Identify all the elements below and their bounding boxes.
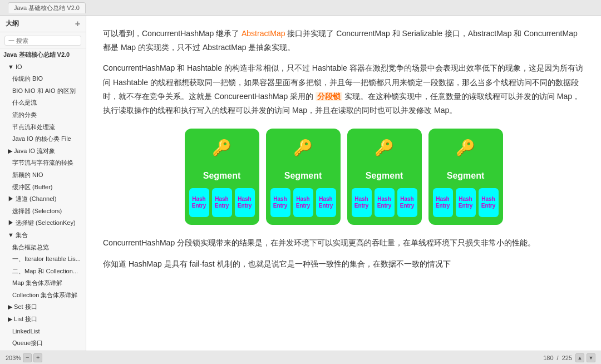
highlight-abstractmap: AbstractMap bbox=[242, 29, 285, 38]
hash-entry-3-3: HashEntry bbox=[397, 188, 417, 217]
sidebar-search-input[interactable] bbox=[4, 36, 81, 46]
sidebar-item-24[interactable]: Queue接口 bbox=[0, 337, 86, 350]
main-layout: 大纲 + Java 基础核心总结 V2.0▼ IO传统的 BIOBIO NIO … bbox=[0, 16, 601, 351]
status-bar-right: 180 / 225 ▲ ▼ bbox=[543, 353, 595, 362]
segment-1: 🔑 Segment HashEntry HashEntry HashEntry bbox=[185, 129, 259, 225]
zoom-level: 203% bbox=[6, 355, 21, 361]
sidebar-item-5[interactable]: 流的分类 bbox=[0, 109, 86, 121]
hash-entry-2-2: HashEntry bbox=[293, 188, 313, 217]
page-separator: / bbox=[557, 355, 559, 361]
sidebar-item-9[interactable]: 字节流与字符流的转换 bbox=[0, 157, 86, 169]
sidebar-item-23[interactable]: LinkedList bbox=[0, 326, 86, 338]
sidebar-item-3[interactable]: BIO NIO 和 AIO 的区别 bbox=[0, 85, 86, 97]
key-row-1: 🔑 bbox=[212, 134, 231, 165]
sidebar-item-20[interactable]: Collection 集合体系详解 bbox=[0, 289, 86, 302]
page-nav: ▲ ▼ bbox=[575, 353, 595, 362]
sidebar-item-13[interactable]: 选择器 (Selectors) bbox=[0, 205, 86, 218]
sidebar-item-1[interactable]: ▼ IO bbox=[0, 61, 86, 73]
sidebar-item-10[interactable]: 新颖的 NIO bbox=[0, 169, 86, 181]
zoom-control: 203% − + bbox=[6, 353, 42, 362]
zoom-in-button[interactable]: + bbox=[33, 353, 42, 362]
content-para4: 你知道 HashMap 是具有 fail-fast 机制的，也就是说它是一种强一… bbox=[103, 257, 584, 271]
key-icon-4: 🔑 bbox=[456, 134, 475, 162]
sidebar-title: 大纲 bbox=[6, 19, 19, 28]
status-bar: 203% − + 180 / 225 ▲ ▼ bbox=[0, 351, 601, 364]
sidebar-search-container bbox=[0, 32, 86, 49]
content-para3: ConcurrentHashMap 分段锁实现带来的结果是，在并发环境下可以实现… bbox=[103, 236, 584, 250]
sidebar-item-21[interactable]: ▶ Set 接口 bbox=[0, 301, 86, 313]
page-down-button[interactable]: ▼ bbox=[587, 353, 595, 362]
segment-label-4: Segment bbox=[447, 168, 485, 184]
sidebar-item-6[interactable]: 节点流和处理流 bbox=[0, 121, 86, 134]
hash-entry-4-2: HashEntry bbox=[456, 188, 476, 217]
key-row-2: 🔑 bbox=[293, 134, 313, 165]
sidebar-item-11[interactable]: 缓冲区 (Buffer) bbox=[0, 181, 86, 194]
sidebar-item-4[interactable]: 什么是流 bbox=[0, 97, 86, 109]
sidebar-add-button[interactable]: + bbox=[75, 19, 80, 28]
hash-entry-4-1: HashEntry bbox=[433, 188, 453, 217]
content-para2: ConcurrentHashMap 和 Hashtable 的构造非常相似，只不… bbox=[103, 61, 584, 117]
hash-entry-1-1: HashEntry bbox=[189, 188, 209, 217]
app-tab[interactable]: Java 基础核心总结 V2.0 bbox=[8, 2, 86, 13]
content-para1: 可以看到，ConcurrentHashMap 继承了 AbstractMap 接… bbox=[103, 27, 584, 55]
concurrenthashmap-diagram: 🔑 Segment HashEntry HashEntry HashEntry … bbox=[103, 129, 584, 225]
sidebar-item-0[interactable]: Java 基础核心总结 V2.0 bbox=[0, 49, 86, 61]
segment-3: 🔑 Segment HashEntry HashEntry HashEntry bbox=[347, 129, 422, 225]
sidebar-item-8[interactable]: ▶ Java IO 流对象 bbox=[0, 145, 86, 158]
sidebar-item-18[interactable]: 二、Map 和 Collection... bbox=[0, 265, 86, 278]
key-icon-2: 🔑 bbox=[293, 134, 313, 162]
page-total: 225 bbox=[562, 355, 572, 361]
page-current: 180 bbox=[543, 355, 553, 361]
sidebar: 大纲 + Java 基础核心总结 V2.0▼ IO传统的 BIOBIO NIO … bbox=[0, 16, 86, 351]
sidebar-item-19[interactable]: Map 集合体系详解 bbox=[0, 277, 86, 289]
key-row-3: 🔑 bbox=[375, 134, 394, 165]
sidebar-header: 大纲 + bbox=[0, 16, 86, 32]
key-icon-1: 🔑 bbox=[212, 134, 231, 162]
hash-entries-row-1: HashEntry HashEntry HashEntry bbox=[189, 188, 255, 217]
segment-label-1: Segment bbox=[203, 168, 241, 184]
sidebar-item-14[interactable]: ▶ 选择键 (SelectionKey) bbox=[0, 217, 86, 229]
content-area[interactable]: 可以看到，ConcurrentHashMap 继承了 AbstractMap 接… bbox=[86, 16, 601, 351]
hash-entry-1-3: HashEntry bbox=[235, 188, 255, 217]
sidebar-item-12[interactable]: ▶ 通道 (Channel) bbox=[0, 193, 86, 205]
hash-entry-2-3: HashEntry bbox=[316, 188, 336, 217]
sidebar-item-15[interactable]: ▼ 集合 bbox=[0, 229, 86, 242]
hash-entries-row-2: HashEntry HashEntry HashEntry bbox=[270, 188, 336, 217]
hash-entry-4-3: HashEntry bbox=[479, 188, 499, 217]
hash-entry-1-2: HashEntry bbox=[212, 188, 232, 217]
sidebar-item-17[interactable]: 一、Iterator Iterable Lis... bbox=[0, 253, 86, 265]
segment-label-3: Segment bbox=[366, 168, 403, 184]
page-up-button[interactable]: ▲ bbox=[575, 353, 584, 362]
tab-label: Java 基础核心总结 V2.0 bbox=[14, 4, 80, 11]
hash-entries-row-4: HashEntry HashEntry HashEntry bbox=[433, 188, 499, 217]
app-bar: Java 基础核心总结 V2.0 bbox=[0, 0, 601, 16]
zoom-out-button[interactable]: − bbox=[23, 353, 32, 362]
sidebar-item-2[interactable]: 传统的 BIO bbox=[0, 73, 86, 85]
highlight-segmentlock: 分段锁 bbox=[316, 92, 342, 101]
key-icon-3: 🔑 bbox=[375, 134, 394, 162]
hash-entry-3-2: HashEntry bbox=[375, 188, 395, 217]
segment-2: 🔑 Segment HashEntry HashEntry HashEntry bbox=[266, 129, 341, 225]
sidebar-item-16[interactable]: 集合框架总览 bbox=[0, 242, 86, 254]
segment-label-2: Segment bbox=[284, 168, 322, 184]
sidebar-item-22[interactable]: ▶ List 接口 bbox=[0, 313, 86, 326]
segment-4: 🔑 Segment HashEntry HashEntry HashEntry bbox=[428, 129, 503, 225]
hash-entry-2-1: HashEntry bbox=[270, 188, 290, 217]
key-row-4: 🔑 bbox=[456, 134, 475, 165]
hash-entry-3-1: HashEntry bbox=[352, 188, 372, 217]
sidebar-item-7[interactable]: Java IO 的核心类 File bbox=[0, 133, 86, 145]
sidebar-tree: Java 基础核心总结 V2.0▼ IO传统的 BIOBIO NIO 和 AIO… bbox=[0, 49, 86, 351]
hash-entries-row-3: HashEntry HashEntry HashEntry bbox=[352, 188, 417, 217]
